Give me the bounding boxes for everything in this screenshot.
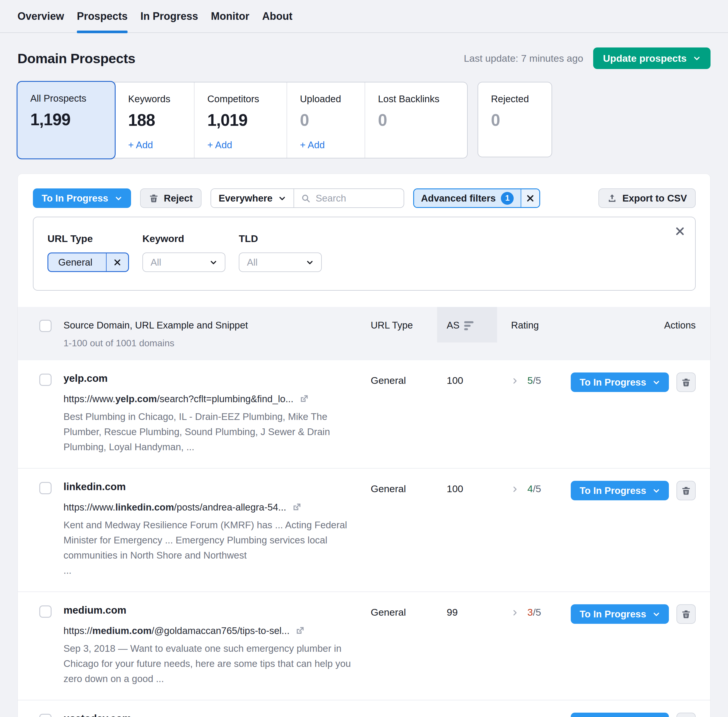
row-delete-button[interactable] xyxy=(676,372,696,392)
row-to-in-progress-button[interactable]: To In Progress xyxy=(571,372,669,392)
page-title: Domain Prospects xyxy=(17,50,136,66)
url-type-cell: General xyxy=(371,712,437,717)
column-header-url-type: URL Type xyxy=(371,307,437,342)
url-example[interactable]: https://www.linkedin.com/posts/andrea-al… xyxy=(64,502,360,513)
stat-label: Keywords xyxy=(128,93,191,105)
row-to-in-progress-button[interactable]: To In Progress xyxy=(571,712,669,717)
row-checkbox[interactable] xyxy=(39,482,52,494)
add-uploaded-link[interactable]: + Add xyxy=(300,139,325,151)
add-competitors-link[interactable]: + Add xyxy=(208,139,232,151)
url-example[interactable]: https://medium.com/@goldamaccan765/tips-… xyxy=(64,625,360,636)
rating-cell[interactable]: 3/5 xyxy=(497,604,554,618)
tld-filter-select[interactable]: All xyxy=(239,252,322,272)
row-delete-button[interactable] xyxy=(676,481,696,500)
keyword-filter-select[interactable]: All xyxy=(142,252,225,272)
url-snippet: Kent and Medway Resilience Forum (KMRF) … xyxy=(64,517,360,578)
stat-cards: All Prospects 1,199 Keywords 188 + Add C… xyxy=(17,82,711,159)
row-action-label: To In Progress xyxy=(580,609,646,620)
header-actions: Last update: 7 minutes ago Update prospe… xyxy=(464,47,711,69)
chevron-down-icon xyxy=(653,610,660,618)
column-header-rating: Rating xyxy=(497,307,554,342)
row-checkbox[interactable] xyxy=(39,714,52,717)
bulk-to-in-progress-button[interactable]: To In Progress xyxy=(33,188,131,208)
trash-icon xyxy=(681,486,691,496)
row-to-in-progress-button[interactable]: To In Progress xyxy=(571,481,669,500)
table-row: yelp.com https://www.yelp.com/search?cfl… xyxy=(18,360,710,468)
export-csv-button[interactable]: Export to CSV xyxy=(598,188,696,208)
stat-card-all-prospects[interactable]: All Prospects 1,199 xyxy=(17,82,115,159)
close-icon xyxy=(675,226,685,236)
advanced-filters-panel: URL Type General Keyword All TLD Al xyxy=(33,217,696,291)
row-to-in-progress-button[interactable]: To In Progress xyxy=(571,604,669,624)
search-input[interactable] xyxy=(316,193,397,204)
tab-prospects[interactable]: Prospects xyxy=(77,0,128,33)
rating-total: /5 xyxy=(533,483,541,494)
chevron-down-icon xyxy=(693,55,701,62)
external-link-icon[interactable] xyxy=(295,626,305,636)
rating-score: 3 xyxy=(527,607,533,618)
url-type-filter-group: URL Type General xyxy=(47,233,129,272)
column-header-as[interactable]: AS xyxy=(437,307,497,342)
stat-value: 1,019 xyxy=(208,110,284,130)
rating-total: /5 xyxy=(533,715,541,717)
trash-icon xyxy=(149,194,159,203)
tab-about[interactable]: About xyxy=(262,0,292,33)
stat-value: 0 xyxy=(491,110,549,130)
sort-desc-icon xyxy=(464,320,473,330)
last-update-text: Last update: 7 minutes ago xyxy=(464,53,583,64)
reject-label: Reject xyxy=(164,193,193,204)
keyword-filter-label: Keyword xyxy=(142,233,225,244)
rating-score: 5 xyxy=(527,375,533,386)
column-header-source: Source Domain, URL Example and Snippet xyxy=(64,320,360,331)
stat-card-lost-backlinks[interactable]: Lost Backlinks 0 xyxy=(365,82,467,158)
as-cell: 100 xyxy=(437,372,497,386)
advanced-filters-count-badge: 1 xyxy=(501,192,514,205)
table-header: Source Domain, URL Example and Snippet 1… xyxy=(18,307,710,360)
rating-cell[interactable]: 5/5 xyxy=(497,372,554,386)
search-scope-dropdown[interactable]: Everywhere xyxy=(211,189,294,207)
row-delete-button[interactable] xyxy=(676,712,696,717)
stat-card-competitors[interactable]: Competitors 1,019 + Add xyxy=(194,82,287,158)
url-example[interactable]: https://www.yelp.com/search?cflt=plumbin… xyxy=(64,394,360,404)
stat-card-uploaded[interactable]: Uploaded 0 + Add xyxy=(287,82,365,158)
external-link-icon[interactable] xyxy=(299,394,309,404)
tab-in-progress[interactable]: In Progress xyxy=(140,0,198,33)
rating-cell[interactable]: 3/5 xyxy=(497,712,554,717)
advanced-filters-label: Advanced filters xyxy=(421,193,496,204)
column-header-actions: Actions xyxy=(554,307,696,342)
rating-cell[interactable]: 4/5 xyxy=(497,481,554,494)
link-building-prospects-page: Overview Prospects In Progress Monitor A… xyxy=(0,0,728,717)
stat-value: 0 xyxy=(300,110,362,130)
url-type-cell: General xyxy=(371,372,437,386)
row-checkbox[interactable] xyxy=(39,606,52,618)
external-link-icon[interactable] xyxy=(292,502,301,512)
close-icon xyxy=(113,258,121,267)
search-scope-value: Everywhere xyxy=(219,193,273,204)
url-type-cell: General xyxy=(371,604,437,618)
advanced-filters-clear-button[interactable] xyxy=(520,189,539,207)
export-icon xyxy=(607,194,617,203)
tab-monitor[interactable]: Monitor xyxy=(211,0,249,33)
stat-label: Uploaded xyxy=(300,93,362,105)
url-type-filter-chip[interactable]: General xyxy=(47,252,129,272)
url-snippet: Sep 3, 2018 — Want to evaluate one such … xyxy=(64,641,360,686)
advanced-filters-toggle[interactable]: Advanced filters 1 xyxy=(413,188,540,208)
export-csv-label: Export to CSV xyxy=(622,193,687,204)
as-header-label: AS xyxy=(447,320,459,331)
stat-card-keywords[interactable]: Keywords 188 + Add xyxy=(115,82,194,158)
rating-score: 4 xyxy=(527,483,533,494)
url-type-clear-button[interactable] xyxy=(106,253,128,271)
trash-icon xyxy=(681,609,691,619)
advanced-filters-main[interactable]: Advanced filters 1 xyxy=(414,189,521,207)
select-all-checkbox[interactable] xyxy=(39,320,52,332)
filter-panel-close-button[interactable] xyxy=(675,226,685,237)
reject-button[interactable]: Reject xyxy=(140,188,201,208)
update-prospects-button[interactable]: Update prospects xyxy=(593,47,711,69)
add-keywords-link[interactable]: + Add xyxy=(128,139,153,151)
row-checkbox[interactable] xyxy=(39,374,52,386)
stat-label: All Prospects xyxy=(30,93,112,104)
tab-overview[interactable]: Overview xyxy=(17,0,64,33)
url-text: https://medium.com/@goldamaccan765/tips-… xyxy=(64,625,290,636)
stat-card-rejected[interactable]: Rejected 0 xyxy=(478,82,552,157)
row-delete-button[interactable] xyxy=(676,604,696,624)
